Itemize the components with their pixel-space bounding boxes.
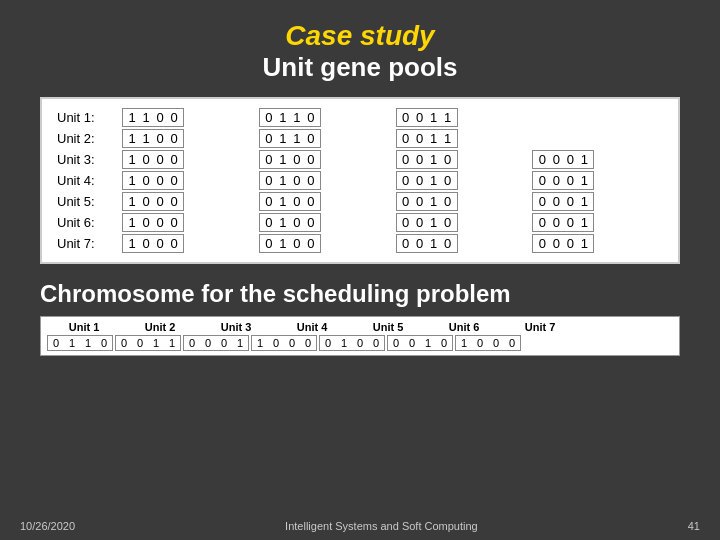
gene-bit: 0 <box>563 235 577 252</box>
gene-bit: 0 <box>262 193 276 210</box>
chromosome-title: Chromosome for the scheduling problem <box>40 280 680 308</box>
chr-bit: 0 <box>388 336 404 350</box>
gene-group-cell: 0011 <box>393 128 530 149</box>
chr-bit: 1 <box>80 336 96 350</box>
gene-bit: 0 <box>413 235 427 252</box>
table-row: Unit 7:1000010000100001 <box>54 233 666 254</box>
gene-bit: 1 <box>427 130 441 147</box>
chr-unit-header: Unit 6 <box>427 321 501 333</box>
gene-bit: 1 <box>577 214 591 231</box>
gene-bit: 0 <box>153 214 167 231</box>
gene-bit: 0 <box>290 193 304 210</box>
gene-bit: 0 <box>304 130 318 147</box>
table-row: Unit 6:1000010000100001 <box>54 212 666 233</box>
gene-bit: 0 <box>441 151 455 168</box>
chr-bit: 0 <box>504 336 520 350</box>
gene-bit: 1 <box>441 109 455 126</box>
gene-bit: 0 <box>304 235 318 252</box>
gene-bit: 1 <box>276 172 290 189</box>
gene-bit: 1 <box>577 235 591 252</box>
gene-bit: 1 <box>276 235 290 252</box>
gene-bit: 0 <box>535 214 549 231</box>
chr-bit-group: 0001 <box>183 335 249 351</box>
gene-bit: 0 <box>139 151 153 168</box>
gene-bit: 0 <box>167 193 181 210</box>
gene-bit: 0 <box>535 151 549 168</box>
gene-bit: 0 <box>563 172 577 189</box>
gene-bit: 0 <box>167 151 181 168</box>
gene-group-cell: 0100 <box>256 191 393 212</box>
chr-bit: 0 <box>132 336 148 350</box>
gene-bit: 0 <box>441 172 455 189</box>
gene-bit: 1 <box>139 130 153 147</box>
gene-group-cell: 1000 <box>119 170 256 191</box>
gene-bit: 0 <box>290 172 304 189</box>
gene-bit: 0 <box>399 109 413 126</box>
chr-bit-group: 1000 <box>455 335 521 351</box>
gene-group-cell: 0001 <box>529 212 666 233</box>
slide: Case study Unit gene pools Unit 1:110001… <box>0 0 720 540</box>
chr-bit: 0 <box>268 336 284 350</box>
gene-group-cell: 0010 <box>393 212 530 233</box>
gene-group-cell: 0001 <box>529 149 666 170</box>
gene-bit: 1 <box>125 172 139 189</box>
table-row: Unit 1:110001100011 <box>54 107 666 128</box>
gene-bit: 0 <box>441 214 455 231</box>
gene-bit: 1 <box>427 109 441 126</box>
chr-unit-header: Unit 4 <box>275 321 349 333</box>
footer-center: Intelligent Systems and Soft Computing <box>285 520 478 532</box>
chr-unit-header: Unit 3 <box>199 321 273 333</box>
gene-bit: 0 <box>399 214 413 231</box>
chr-bit: 1 <box>164 336 180 350</box>
gene-bit: 0 <box>563 151 577 168</box>
table-row: Unit 5:1000010000100001 <box>54 191 666 212</box>
gene-bit: 0 <box>139 214 153 231</box>
gene-bit: 0 <box>441 193 455 210</box>
gene-bit: 0 <box>549 214 563 231</box>
gene-table-container: Unit 1:110001100011Unit 2:110001100011Un… <box>40 97 680 264</box>
gene-bit: 0 <box>563 193 577 210</box>
gene-bit: 1 <box>290 130 304 147</box>
chr-bit-group: 0011 <box>115 335 181 351</box>
chr-bit: 1 <box>148 336 164 350</box>
gene-group-cell: 0110 <box>256 128 393 149</box>
gene-bit: 0 <box>167 235 181 252</box>
chr-bit: 0 <box>48 336 64 350</box>
footer-date: 10/26/2020 <box>20 520 75 532</box>
gene-bit: 0 <box>413 109 427 126</box>
chromosome-table-wrap: Unit 1Unit 2Unit 3Unit 4Unit 5Unit 6Unit… <box>40 316 680 356</box>
gene-bit: 0 <box>535 193 549 210</box>
gene-bit: 0 <box>139 193 153 210</box>
chr-bit: 0 <box>368 336 384 350</box>
gene-bit: 1 <box>577 151 591 168</box>
gene-bit: 0 <box>262 130 276 147</box>
gene-bit: 1 <box>427 193 441 210</box>
gene-group-cell: 0001 <box>529 170 666 191</box>
unit-label: Unit 4: <box>54 170 119 191</box>
gene-bit: 0 <box>413 193 427 210</box>
gene-bit: 0 <box>399 151 413 168</box>
gene-bit: 0 <box>549 235 563 252</box>
gene-bit: 0 <box>262 109 276 126</box>
gene-group-cell: 0110 <box>256 107 393 128</box>
gene-bit: 0 <box>399 235 413 252</box>
chr-bit: 0 <box>320 336 336 350</box>
chr-bit: 1 <box>252 336 268 350</box>
gene-group-cell: 0011 <box>393 107 530 128</box>
table-row: Unit 4:1000010000100001 <box>54 170 666 191</box>
gene-bit: 1 <box>577 193 591 210</box>
gene-bit: 0 <box>290 214 304 231</box>
title-sub: Unit gene pools <box>263 52 458 83</box>
chr-bit: 0 <box>472 336 488 350</box>
chr-bit-group: 0100 <box>319 335 385 351</box>
table-row: Unit 3:1000010000100001 <box>54 149 666 170</box>
gene-bit: 1 <box>276 109 290 126</box>
gene-group-cell: 0100 <box>256 233 393 254</box>
gene-bit: 0 <box>413 172 427 189</box>
gene-group-cell: 1100 <box>119 128 256 149</box>
gene-bit: 1 <box>276 214 290 231</box>
gene-bit: 0 <box>413 151 427 168</box>
chr-bit: 0 <box>284 336 300 350</box>
gene-group-cell: 0100 <box>256 170 393 191</box>
chr-bit: 0 <box>216 336 232 350</box>
